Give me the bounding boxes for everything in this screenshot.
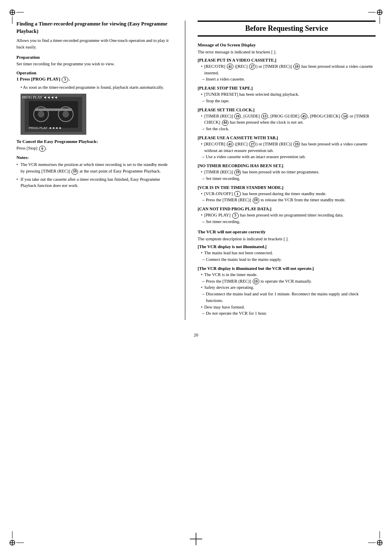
vcr-intro: The symptom description is indicated in … — [198, 236, 376, 242]
vcr-error-arrow-1: Connect the mains lead to the mains supp… — [201, 256, 376, 263]
left-section-intro: Allows you to find a timer-recorded prog… — [16, 37, 173, 51]
vcr-error-detail-1: The mains lead has not been connected. C… — [198, 250, 376, 263]
error-bullet-3: [TIMER (REC)] 19, [GUIDE] 13, [PROG GUID… — [201, 113, 376, 126]
cancel-title: To Cancel the Easy Programme Playback: — [16, 139, 173, 144]
image-label: PROG PLAY ◄◄◄◄ — [22, 95, 58, 99]
svg-text:PROG PLAY ◄◄◄◄: PROG PLAY ◄◄◄◄ — [29, 126, 61, 130]
error-bullet-2: [TUNER PRESET] has been selected during … — [201, 91, 376, 98]
error-detail-1: [REC/OTR] 41 ([REC] 27) or [TIMER (REC)]… — [198, 63, 376, 83]
error-code-7: [CAN NOT FIND PROG PLAY DATA.] — [198, 207, 376, 211]
corner-mark-br — [367, 530, 384, 547]
error-block-5: [NO TIMER RECORDING HAS BEEN SET.] [TIME… — [198, 164, 376, 182]
error-arrow-2: Stop the tape. — [201, 98, 376, 104]
notes-list: The VCR memorises the position at which … — [16, 161, 173, 189]
error-arrow-4: Use a video cassette with an intact eras… — [201, 154, 376, 160]
error-arrow-5: Set timer recording. — [201, 175, 376, 182]
error-block-2: [PLEASE STOP THE TAPE.] [TUNER PRESET] h… — [198, 86, 376, 104]
error-arrow-6: Press the [TIMER (REC)] 19 to release th… — [201, 197, 376, 203]
vcr-error-bullet-2a: The VCR is in the timer mode. — [201, 272, 376, 278]
error-bullet-4: [REC/OTR] 41 ([REC] 27) or [TIMER (REC)]… — [201, 141, 376, 154]
preparation-label: Preparation — [16, 55, 173, 60]
vcr-error-code-1: [The VCR display is not illuminated.] — [198, 244, 376, 249]
error-code-3: [PLEASE SET THE CLOCK.] — [198, 108, 376, 112]
step1-text: 1 Press [PROG PLAY] — [16, 76, 61, 81]
cancel-badge: 9 — [39, 146, 46, 152]
error-detail-5: [TIMER (REC)] 19 has been pressed with n… — [198, 169, 376, 182]
vcr-error-bullet-2b: Safety devices are operating. — [201, 284, 376, 291]
vcr-error-code-2: [The VCR display is illuminated but the … — [198, 266, 376, 271]
error-code-1: [PLEASE PUT IN A VIDEO CASSETTE.] — [198, 58, 376, 62]
cancel-section: To Cancel the Easy Programme Playback: P… — [16, 139, 173, 152]
corner-mark-tl — [8, 8, 25, 25]
vcr-error-bullet-2c: Dew may have formed. — [201, 304, 376, 311]
svg-rect-28 — [35, 108, 72, 111]
corner-mark-tr — [367, 8, 384, 25]
corner-mark-bl — [8, 530, 25, 547]
step1-detail: • As soon as the timer-recorded programm… — [21, 84, 173, 91]
prog-play-image: PROG PLAY ◄◄◄◄ PROG PLAY ◄◄◄◄ — [21, 94, 86, 135]
operation-label: Operation — [16, 70, 173, 75]
vcr-error-bullet-1: The mains lead has not been connected. — [201, 250, 376, 256]
error-bullet-1: [REC/OTR] 41 ([REC] 27) or [TIMER (REC)]… — [201, 63, 376, 76]
vcr-error-block-2: [The VCR display is illuminated but the … — [198, 266, 376, 317]
page-container: Finding a Timer-recorded programme for v… — [0, 0, 392, 555]
error-bullet-5: [TIMER (REC)] 19 has been pressed with n… — [201, 169, 376, 175]
left-column: Finding a Timer-recorded programme for v… — [16, 21, 173, 320]
error-block-1: [PLEASE PUT IN A VIDEO CASSETTE.] [REC/O… — [198, 58, 376, 83]
right-header: Before Requesting Service — [198, 21, 376, 37]
error-code-6: [VCR IS IN THE TIMER STANDBY MODE.] — [198, 185, 376, 190]
svg-rect-23 — [29, 101, 78, 128]
vcr-section-title: The VCR will not operate correctly — [198, 229, 376, 234]
error-bullet-7: [PROG PLAY] 5 has been pressed with no p… — [201, 212, 376, 219]
error-code-2: [PLEASE STOP THE TAPE.] — [198, 86, 376, 90]
error-detail-7: [PROG PLAY] 5 has been pressed with no p… — [198, 212, 376, 225]
error-bullet-6: [VCR-ON/OFF] 1 has been pressed during t… — [201, 191, 376, 197]
vcr-error-arrow-2c: Do not operate the VCR for 1 hour. — [201, 310, 376, 317]
right-column: Before Requesting Service Message of On … — [198, 21, 376, 320]
error-block-7: [CAN NOT FIND PROG PLAY DATA.] [PROG PLA… — [198, 207, 376, 225]
column-separator — [185, 21, 185, 320]
step1-item: 1 Press [PROG PLAY] 5. — [16, 76, 173, 82]
error-block-3: [PLEASE SET THE CLOCK.] [TIMER (REC)] 19… — [198, 108, 376, 132]
vcr-error-arrow-2b: Disconnect the mains lead and wait for 1… — [201, 291, 376, 304]
notes-section: Notes: The VCR memorises the position at… — [16, 155, 173, 189]
cancel-text: Press [Stop] 9. — [16, 145, 173, 152]
error-detail-2: [TUNER PRESET] has been selected during … — [198, 91, 376, 104]
error-detail-6: [VCR-ON/OFF] 1 has been pressed during t… — [198, 191, 376, 204]
error-code-5: [NO TIMER RECORDING HAS BEEN SET.] — [198, 164, 376, 168]
bottom-center-mark — [190, 533, 202, 546]
left-section-title: Finding a Timer-recorded programme for v… — [16, 21, 173, 35]
right-title: Before Requesting Service — [198, 24, 376, 33]
error-detail-3: [TIMER (REC)] 19, [GUIDE] 13, [PROG GUID… — [198, 113, 376, 132]
svg-point-25 — [38, 111, 44, 117]
svg-point-27 — [62, 111, 69, 117]
error-block-4: [PLEASE USE A CASSETTE WITH TAB.] [REC/O… — [198, 136, 376, 160]
error-block-6: [VCR IS IN THE TIMER STANDBY MODE.] [VCR… — [198, 185, 376, 204]
error-arrow-1: Insert a video cassette. — [201, 76, 376, 83]
preparation-text: Set timer recording for the programme yo… — [16, 61, 173, 67]
note-item-2: If you take out the cassette after a tim… — [16, 176, 173, 189]
vcr-error-arrow-2a: Press the [TIMER (REC)] 19 to operate th… — [201, 278, 376, 285]
vcr-error-block-1: [The VCR display is not illuminated.] Th… — [198, 244, 376, 263]
error-arrow-3: Set the clock. — [201, 126, 376, 132]
notes-title: Notes: — [16, 155, 173, 160]
vcr-error-detail-2: The VCR is in the timer mode. Press the … — [198, 272, 376, 317]
error-code-4: [PLEASE USE A CASSETTE WITH TAB.] — [198, 136, 376, 140]
page-number: 20 — [16, 332, 376, 337]
error-arrow-7: Set timer recording. — [201, 219, 376, 225]
msg-section-intro: The error message is indicated in bracke… — [198, 49, 376, 55]
note-item-1: The VCR memorises the position at which … — [16, 161, 173, 175]
main-content: Finding a Timer-recorded programme for v… — [16, 21, 376, 320]
msg-section-title: Message of On Screen Display — [198, 42, 376, 47]
step1-badge: 5 — [62, 77, 68, 83]
error-detail-4: [REC/OTR] 41 ([REC] 27) or [TIMER (REC)]… — [198, 141, 376, 160]
